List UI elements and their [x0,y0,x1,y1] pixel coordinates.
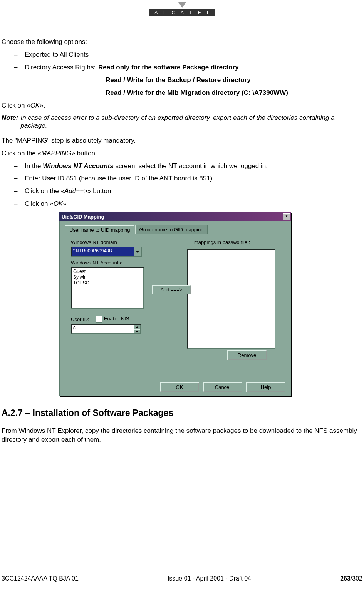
logo-triangle-icon [178,2,186,8]
brand-logo: A L C A T E L [0,0,364,16]
note-block: Note: In case of access error to a sub-d… [2,114,362,130]
indented-line: Read / Write for the Backup / Restore di… [106,76,362,85]
help-button[interactable]: Help [246,382,285,392]
domain-combobox[interactable]: \\NTR000P60948B [71,247,142,257]
list-item: – Exported to All Clients [14,50,362,59]
list-item: – Click on «OK» [14,200,362,209]
ok-button[interactable]: OK [160,382,199,392]
tab-gid-mapping[interactable]: Group name to GID mapping [135,225,208,234]
mappings-label: mappings in passwd file : [194,239,250,245]
footer-left: 3CC12424AAAA TQ BJA 01 [2,575,79,582]
list-item: – Enter User ID 851 (because the user ID… [14,174,362,183]
chevron-down-icon[interactable] [134,247,141,256]
domain-value: \\NTR000P60948B [72,247,134,256]
dialog-title: Uid&GID Mapping [62,214,104,220]
list-item[interactable]: Sylwin [73,274,142,280]
dialog-titlebar: Uid&GID Mapping × [59,212,291,221]
list-item: – Directory Access Rigths: Read only for… [14,63,362,72]
spin-down-icon[interactable] [134,329,140,333]
tab-panel: Windows NT domain : \\NTR000P60948B Wind… [64,234,287,376]
close-icon[interactable]: × [283,213,290,220]
intro-text: Choose the following options: [2,38,362,47]
passwd-listbox[interactable] [187,249,275,349]
click-ok-line: Click on «OK». [2,101,362,110]
userid-label: User ID: [71,316,89,322]
page-footer: 3CC12424AAAA TQ BJA 01 Issue 01 - April … [2,575,362,582]
mapping-dialog: Uid&GID Mapping × User name to UID mappi… [59,212,291,396]
mapping-mandatory: The "MAPPING" step is absolutely mandato… [2,136,362,145]
spin-up-icon[interactable] [134,325,140,329]
userid-value: 0 [72,325,134,333]
click-mapping-line: Click on the «MAPPING» button [2,149,362,158]
tab-uid-mapping[interactable]: User name to UID mapping [65,225,134,234]
cancel-button[interactable]: Cancel [203,382,242,392]
list-item[interactable]: Guest [73,269,142,274]
logo-text: A L C A T E L [149,9,215,16]
add-button[interactable]: Add ===> [152,285,191,294]
footer-page: 263/302 [340,575,362,582]
userid-spinbox[interactable]: 0 [71,324,141,334]
indented-line: Read / Write for the Mib Migration direc… [106,89,362,98]
footer-center: Issue 01 - April 2001 - Draft 04 [168,575,251,582]
accounts-listbox[interactable]: Guest Sylwin TCHSC [71,267,144,309]
list-item: – In the Windows NT Accounts screen, sel… [14,162,362,171]
enable-nis-checkbox[interactable]: Enable NIS [96,316,129,323]
section-heading: A.2.7 – Installation of Software Package… [2,408,362,418]
section-body: From Windows NT Explorer, copy the direc… [2,427,362,444]
list-item: – Click on the «Add==>» button. [14,187,362,196]
remove-button[interactable]: Remove [227,350,267,360]
list-item[interactable]: TCHSC [73,280,142,286]
